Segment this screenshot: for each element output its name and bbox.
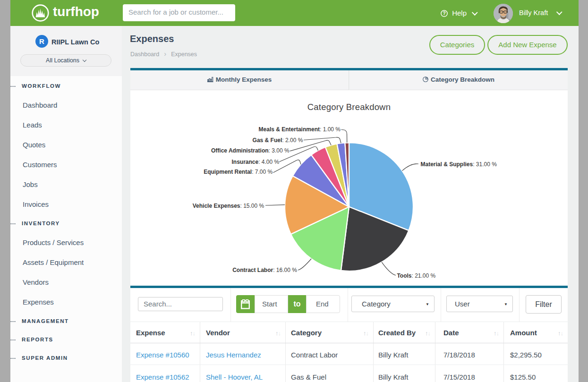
svg-text:?: ? — [443, 11, 445, 16]
